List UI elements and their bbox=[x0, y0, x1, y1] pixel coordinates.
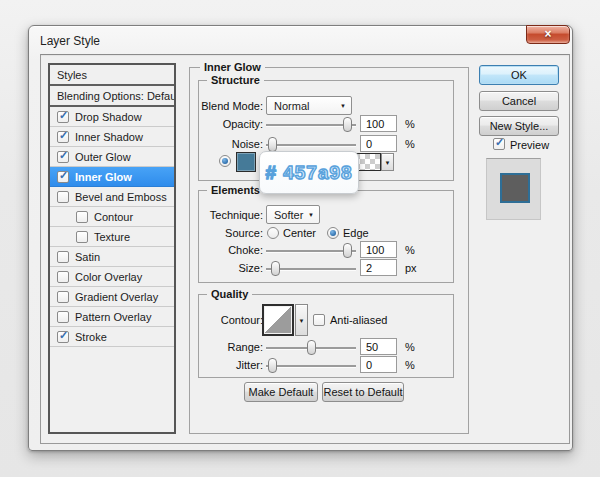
style-checkbox[interactable] bbox=[57, 171, 69, 183]
glow-color-swatch[interactable] bbox=[236, 152, 256, 172]
blend-mode-select[interactable]: Normal bbox=[266, 96, 352, 115]
glow-color-radio[interactable] bbox=[219, 155, 231, 167]
styles-header-label: Styles bbox=[57, 69, 87, 81]
jitter-label: Jitter: bbox=[187, 359, 263, 371]
style-item-label: Color Overlay bbox=[75, 271, 142, 283]
ok-button[interactable]: OK bbox=[479, 65, 559, 85]
antialiased-label: Anti-aliased bbox=[330, 314, 387, 326]
noise-slider-thumb[interactable] bbox=[268, 137, 277, 152]
reset-to-default-button[interactable]: Reset to Default bbox=[322, 382, 404, 402]
technique-select[interactable]: Softer bbox=[266, 205, 320, 224]
source-edge-radio[interactable] bbox=[327, 227, 339, 239]
style-checkbox[interactable] bbox=[57, 271, 69, 283]
size-slider-thumb[interactable] bbox=[271, 261, 280, 276]
noise-slider[interactable] bbox=[266, 137, 356, 152]
sidebar-item-contour[interactable]: Contour bbox=[50, 207, 174, 227]
sidebar-item-outer-glow[interactable]: Outer Glow bbox=[50, 147, 174, 167]
choke-slider[interactable] bbox=[266, 243, 356, 258]
contour-dropdown-arrow-icon[interactable] bbox=[295, 304, 308, 336]
sidebar-item-stroke[interactable]: Stroke bbox=[50, 327, 174, 347]
style-checkbox[interactable] bbox=[57, 131, 69, 143]
choke-slider-thumb[interactable] bbox=[343, 243, 352, 258]
contour-picker[interactable] bbox=[262, 304, 294, 336]
size-label: Size: bbox=[187, 262, 263, 274]
close-button[interactable]: × bbox=[526, 25, 570, 44]
range-slider[interactable] bbox=[266, 340, 356, 355]
make-default-button[interactable]: Make Default bbox=[244, 382, 318, 402]
jitter-slider[interactable] bbox=[266, 358, 356, 373]
sidebar-item-texture[interactable]: Texture bbox=[50, 227, 174, 247]
quality-legend: Quality bbox=[207, 288, 252, 300]
noise-input[interactable] bbox=[360, 135, 397, 152]
preview-panel bbox=[486, 158, 541, 220]
size-slider[interactable] bbox=[266, 261, 356, 276]
desktop: { "window": { "title": "Layer Style", "c… bbox=[0, 0, 600, 477]
blend-mode-value: Normal bbox=[274, 100, 309, 112]
sidebar-item-gradient-overlay[interactable]: Gradient Overlay bbox=[50, 287, 174, 307]
style-checkbox[interactable] bbox=[57, 111, 69, 123]
style-checkbox[interactable] bbox=[57, 291, 69, 303]
jitter-slider-thumb[interactable] bbox=[268, 358, 277, 373]
sidebar-item-color-overlay[interactable]: Color Overlay bbox=[50, 267, 174, 287]
style-checkbox[interactable] bbox=[76, 211, 88, 223]
source-center-label: Center bbox=[283, 227, 316, 239]
window-title: Layer Style bbox=[40, 34, 100, 48]
styles-listbox: Styles Blending Options: Default Drop Sh… bbox=[48, 63, 176, 434]
technique-value: Softer bbox=[274, 209, 303, 221]
noise-slider-track bbox=[266, 144, 356, 146]
choke-label: Choke: bbox=[187, 244, 263, 256]
sidebar-item-drop-shadow[interactable]: Drop Shadow bbox=[50, 107, 174, 127]
style-item-label: Satin bbox=[75, 251, 100, 263]
close-icon: × bbox=[544, 27, 551, 41]
style-checkbox[interactable] bbox=[76, 231, 88, 243]
style-checkbox[interactable] bbox=[57, 151, 69, 163]
opacity-input[interactable] bbox=[360, 115, 397, 132]
antialiased-checkbox[interactable] bbox=[313, 314, 325, 326]
style-item-label: Pattern Overlay bbox=[75, 311, 151, 323]
jitter-input[interactable] bbox=[360, 356, 397, 373]
structure-legend: Structure bbox=[207, 74, 264, 86]
style-item-label: Stroke bbox=[75, 331, 107, 343]
opacity-label: Opacity: bbox=[187, 118, 263, 130]
opacity-unit: % bbox=[405, 118, 415, 130]
sidebar-item-blending-options[interactable]: Blending Options: Default bbox=[50, 86, 174, 107]
size-input[interactable] bbox=[360, 259, 397, 276]
opacity-slider-thumb[interactable] bbox=[343, 117, 352, 132]
size-unit: px bbox=[405, 262, 417, 274]
sidebar-item-inner-glow[interactable]: Inner Glow bbox=[50, 167, 174, 187]
technique-label: Technique: bbox=[187, 209, 263, 221]
range-input[interactable] bbox=[360, 338, 397, 355]
range-slider-thumb[interactable] bbox=[307, 340, 316, 355]
style-item-label: Gradient Overlay bbox=[75, 291, 158, 303]
style-item-label: Bevel and Emboss bbox=[75, 191, 167, 203]
styles-list-header[interactable]: Styles bbox=[50, 65, 174, 86]
blending-options-label: Blending Options: Default bbox=[57, 90, 176, 102]
style-checkbox[interactable] bbox=[57, 331, 69, 343]
color-hex-text: # 457a98 bbox=[265, 162, 352, 184]
style-item-label: Drop Shadow bbox=[75, 111, 142, 123]
style-item-label: Texture bbox=[94, 231, 130, 243]
noise-unit: % bbox=[405, 138, 415, 150]
style-item-label: Inner Glow bbox=[75, 171, 132, 183]
sidebar-item-inner-shadow[interactable]: Inner Shadow bbox=[50, 127, 174, 147]
style-checkbox[interactable] bbox=[57, 251, 69, 263]
sidebar-item-pattern-overlay[interactable]: Pattern Overlay bbox=[50, 307, 174, 327]
cancel-button[interactable]: Cancel bbox=[479, 91, 559, 111]
sidebar-item-satin[interactable]: Satin bbox=[50, 247, 174, 267]
choke-input[interactable] bbox=[360, 241, 397, 258]
sidebar-item-bevel-and-emboss[interactable]: Bevel and Emboss bbox=[50, 187, 174, 207]
preview-thumbnail bbox=[500, 173, 530, 203]
jitter-slider-track bbox=[266, 365, 356, 367]
gradient-dropdown-arrow-icon[interactable] bbox=[381, 153, 394, 171]
style-item-label: Inner Shadow bbox=[75, 131, 143, 143]
preview-checkbox[interactable] bbox=[493, 138, 505, 150]
style-checkbox[interactable] bbox=[57, 191, 69, 203]
preview-label: Preview bbox=[510, 139, 549, 151]
style-checkbox[interactable] bbox=[57, 311, 69, 323]
elements-legend: Elements bbox=[207, 184, 264, 196]
style-item-label: Contour bbox=[94, 211, 133, 223]
blend-mode-label: Blend Mode: bbox=[187, 100, 263, 112]
opacity-slider[interactable] bbox=[266, 117, 356, 132]
source-center-radio[interactable] bbox=[267, 227, 279, 239]
new-style-button[interactable]: New Style... bbox=[479, 116, 559, 136]
